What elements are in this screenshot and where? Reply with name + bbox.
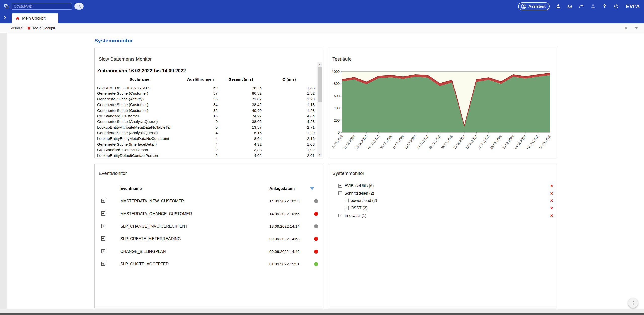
expand-icon[interactable]: +	[101, 236, 105, 241]
help-icon[interactable]: ?	[601, 3, 608, 9]
svg-text:01.07.2022: 01.07.2022	[367, 135, 380, 150]
value-cell: 4,64	[263, 113, 316, 119]
remove-icon[interactable]: ×	[550, 190, 553, 196]
expand-icon[interactable]: +	[101, 211, 105, 216]
tree-item[interactable]: −Schnittstellen (2)×	[328, 190, 556, 197]
remove-icon[interactable]: ×	[550, 205, 553, 211]
event-row[interactable]: +MASTERDATA_CHANGE_CUSTOMER14.09.2022 10…	[95, 207, 323, 220]
table-row[interactable]: Generierte Suche (Customer)3240,901,28	[97, 108, 315, 113]
value-cell: 57	[182, 91, 219, 96]
expand-icon[interactable]: +	[345, 206, 349, 210]
scrollbar-thumb[interactable]	[318, 67, 322, 102]
event-date: 09.09.2022 14:46	[269, 245, 300, 258]
expand-icon[interactable]: +	[101, 249, 105, 253]
table-row[interactable]: C0_Standard_Customer1674,274,64	[97, 113, 315, 119]
command-input[interactable]	[12, 3, 72, 10]
event-monitor-panel: EventMonitor Eventname Anlagedatum +MAST…	[94, 164, 323, 308]
value-cell: 2	[182, 147, 219, 153]
tree-item[interactable]: +powercloud (2)×	[328, 197, 556, 204]
tree-item[interactable]: +OSST (2)×	[328, 204, 556, 212]
value-cell: 4	[182, 142, 219, 147]
vertical-scrollbar[interactable]: ▲ ▼	[317, 62, 322, 157]
chevron-down-icon[interactable]	[635, 27, 638, 29]
redo-icon[interactable]	[578, 3, 584, 9]
expand-icon[interactable]: +	[345, 199, 349, 202]
table-row[interactable]: Generierte Suche (Customer)3438,421,13	[97, 102, 315, 108]
power-icon[interactable]	[613, 3, 619, 9]
history-entry[interactable]: Mein Cockpit	[27, 26, 55, 30]
table-row[interactable]: LookupEntityEntityMetaDataNoConstraint48…	[97, 136, 315, 142]
panel-title: Testläufe	[332, 56, 352, 62]
panel-title: Systemmonitor	[332, 171, 364, 176]
remove-icon[interactable]: ×	[550, 198, 553, 204]
column-header[interactable]: Gesamt (in s)	[219, 77, 263, 85]
inbox-icon[interactable]	[567, 3, 573, 9]
suchname-cell: LookupEntityAttributeMetaDataNoTableTail	[97, 125, 182, 130]
expand-icon[interactable]: +	[338, 214, 342, 217]
user-secondary-icon[interactable]	[590, 3, 596, 9]
column-header[interactable]: Ausführungen	[182, 77, 219, 85]
value-cell: 55	[182, 96, 219, 102]
table-row[interactable]: C0_Standard_ContactPerson23,831,92	[97, 147, 315, 153]
table-row[interactable]: C12BPM_DB_CHECK_STATS5978,251,33	[97, 85, 315, 91]
app-window: Assistent ? EVI'A	[0, 0, 644, 315]
table-row[interactable]: Generierte Suche (Customer)5786,521,52	[97, 91, 315, 96]
column-header-eventname[interactable]: Eventname	[120, 186, 142, 191]
tree-item[interactable]: +EVIBaseUtils (6)×	[328, 182, 556, 190]
svg-text:15.08.2022: 15.08.2022	[465, 135, 478, 150]
panel-title: Slow Statements Monitor	[99, 56, 152, 62]
column-header[interactable]: Ø (in s)	[263, 77, 316, 85]
remove-icon[interactable]: ×	[550, 213, 553, 219]
chevron-right-icon[interactable]	[2, 15, 8, 20]
scroll-down-icon[interactable]: ▼	[317, 153, 322, 157]
table-row[interactable]: LookupEntityAttributeMetaDataNoTableTail…	[97, 125, 315, 130]
user-icon[interactable]	[555, 3, 561, 9]
table-row[interactable]: Generierte Suche (Activity)5571,071,29	[97, 96, 315, 102]
value-cell: 4,02	[219, 153, 263, 158]
value-cell: 1,29	[263, 96, 316, 102]
value-cell: 1,28	[263, 108, 316, 113]
suchname-cell: Generierte Suche (AnalysisQueue)	[97, 119, 182, 124]
table-row[interactable]: Generierte Suche (AnalysisQueue)45,151,2…	[97, 130, 315, 136]
svg-text:03.08.2022: 03.08.2022	[440, 135, 453, 150]
value-cell: 4,32	[219, 142, 263, 147]
expand-icon[interactable]: +	[338, 184, 342, 188]
svg-text:09.09.2022: 09.09.2022	[526, 135, 539, 150]
value-cell: 4	[182, 136, 219, 142]
expand-icon[interactable]: +	[101, 199, 105, 203]
tree-item[interactable]: +EnetUtils (1)×	[328, 212, 556, 219]
value-cell: 8,64	[219, 136, 263, 142]
scroll-up-icon[interactable]: ▲	[317, 62, 322, 67]
event-row[interactable]: +SLP_CREATE_METERREADING09.09.2022 14:53	[95, 233, 323, 245]
sort-desc-icon[interactable]	[310, 187, 314, 190]
assistant-button[interactable]: Assistent	[518, 2, 550, 10]
event-row[interactable]: +CHANGE_BILLINGPLAN09.09.2022 14:46	[95, 245, 323, 258]
svg-text:26.06.2022: 26.06.2022	[355, 135, 368, 150]
horizontal-scrollbar[interactable]	[0, 309, 644, 315]
more-options-button[interactable]	[628, 298, 638, 308]
tab-mein-cockpit[interactable]: Mein Cockpit	[12, 13, 58, 23]
expand-icon[interactable]: +	[101, 262, 105, 266]
table-row[interactable]: Generierte Suche (AnalysisQueue)938,064,…	[97, 119, 315, 124]
svg-text:19.07.2022: 19.07.2022	[404, 135, 417, 150]
event-row[interactable]: +SLP_CHANGE_INVOICERECIPIENT13.09.2022 1…	[95, 220, 323, 233]
status-icon	[314, 237, 318, 241]
remove-icon[interactable]: ×	[550, 183, 553, 189]
table-row[interactable]: LookupEntityDefaultContactPerson24,022,0…	[97, 153, 315, 158]
app-grid-icon[interactable]	[4, 3, 10, 9]
tab-bar: Mein Cockpit	[0, 12, 644, 23]
svg-text:800: 800	[334, 82, 340, 86]
column-header-anlagedatum[interactable]: Anlagedatum	[269, 186, 295, 191]
event-row[interactable]: +MASTERDATA_NEW_CUSTOMER14.09.2022 10:55	[95, 195, 323, 207]
event-row[interactable]: +SLP_QUOTE_ACCEPTED01.09.2022 15:51	[95, 258, 323, 270]
table-row[interactable]: Generierte Suche (InterfaceDetail)44,321…	[97, 142, 315, 147]
table-header-row: SuchnameAusführungenGesamt (in s)Ø (in s…	[97, 77, 315, 85]
suchname-cell: Generierte Suche (Customer)	[97, 91, 182, 96]
search-button[interactable]	[74, 3, 84, 10]
column-header[interactable]: Suchname	[97, 77, 182, 85]
history-actions: ✕	[624, 26, 638, 30]
history-label: Verlauf:	[11, 26, 23, 30]
close-icon[interactable]: ✕	[624, 26, 628, 30]
expand-icon[interactable]: +	[101, 224, 105, 228]
collapse-icon[interactable]: −	[338, 191, 342, 195]
